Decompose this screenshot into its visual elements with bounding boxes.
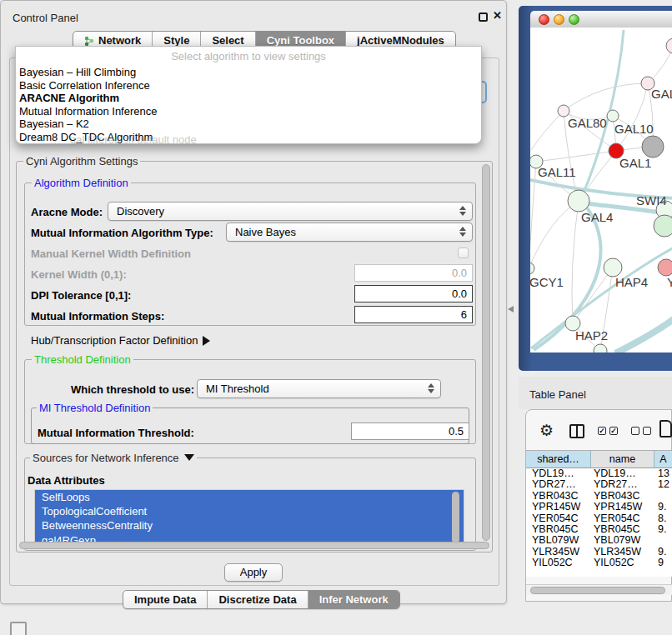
network-graph[interactable]: GALGAL80GAL10GAL1GAL11SWI4GAL4GCY1HAP4YH… — [530, 28, 672, 352]
attribute-item-topologicalcoefficient[interactable]: TopologicalCoefficient — [35, 504, 464, 518]
settings-horizontal-scrollbar[interactable] — [19, 542, 489, 549]
sources-group-header[interactable]: Sources for Network Inference — [30, 452, 197, 464]
network-window-titlebar[interactable] — [530, 11, 672, 28]
which-threshold-value: MI Threshold — [206, 382, 269, 395]
table-row[interactable]: YBL079WYBL079W — [526, 535, 672, 546]
algorithm-option-dream8-dc-tdc-algorithm[interactable]: Dream8 DC_TDC Algorithm — [18, 131, 479, 144]
table-row[interactable]: YDR27…YDR27…12 — [526, 479, 672, 490]
network-node[interactable] — [666, 38, 672, 53]
algorithm-option-bayesian-k2[interactable]: Bayesian – K2 — [18, 118, 479, 131]
table-panel-window: ⚙ ✓ ✓ shared…nameA YDL19…YDL19…13YDR27…Y… — [525, 409, 672, 602]
network-node[interactable] — [642, 136, 664, 158]
network-edge[interactable] — [615, 317, 672, 352]
combo-arrows-icon — [428, 383, 434, 393]
mi-steps-field[interactable]: 6 — [354, 306, 473, 323]
network-node-gal10[interactable] — [607, 110, 619, 122]
network-node-y[interactable] — [658, 259, 672, 276]
gear-icon[interactable]: ⚙ — [539, 422, 554, 438]
mac-close-button[interactable] — [539, 14, 549, 25]
table-row[interactable]: YBR045CYBR045C9. — [526, 524, 672, 535]
apply-button[interactable]: Apply — [224, 563, 283, 582]
network-node-hap4[interactable] — [604, 258, 622, 277]
column-header-shared[interactable]: shared… — [526, 450, 591, 468]
mi-type-combo[interactable]: Naive Bayes — [226, 222, 473, 242]
deselect-all-columns-icon[interactable] — [631, 427, 651, 435]
network-edge[interactable] — [536, 151, 616, 162]
table-cell: 12 — [654, 479, 672, 490]
document-icon[interactable] — [659, 420, 672, 438]
float-window-icon[interactable] — [479, 12, 488, 22]
mi-threshold-field[interactable]: 0.5 — [351, 422, 469, 440]
tab-impute-data[interactable]: Impute Data — [123, 591, 208, 608]
combo-arrows-icon — [459, 227, 466, 237]
manual-kernel-checkbox[interactable] — [458, 248, 469, 258]
table-cell: YER054C — [591, 513, 654, 524]
table-cell: YBR045C — [526, 524, 591, 535]
table-cell: YIL052C — [591, 558, 654, 568]
network-icon — [84, 35, 95, 47]
table-horizontal-scrollbar[interactable] — [526, 584, 672, 595]
algorithm-option-aracne-algorithm[interactable]: ARACNE Algorithm — [18, 92, 479, 105]
algorithm-option-mutual-information-inference[interactable]: Mutual Information Inference — [18, 105, 479, 118]
hub-factor-expander[interactable]: Hub/Transcription Factor Definition — [31, 334, 210, 347]
kernel-width-field[interactable]: 0.0 — [354, 264, 473, 282]
table-row[interactable]: YDL19…YDL19…13 — [526, 468, 672, 479]
network-canvas[interactable]: GALGAL80GAL10GAL1GAL11SWI4GAL4GCY1HAP4YH… — [530, 28, 672, 352]
network-node[interactable] — [654, 215, 672, 237]
network-node[interactable] — [594, 344, 607, 352]
table-scrollbar-thumb[interactable] — [530, 587, 665, 594]
table-row[interactable]: YER054CYER054C8. — [526, 513, 672, 524]
mac-zoom-button[interactable] — [569, 14, 579, 25]
attribute-item-betweennesscentrality[interactable]: BetweennessCentrality — [35, 518, 464, 532]
aracne-mode-combo[interactable]: Discovery — [108, 202, 473, 221]
dpi-tolerance-field[interactable]: 0.0 — [354, 285, 473, 302]
which-threshold-combo[interactable]: MI Threshold — [197, 379, 441, 398]
table-cell: YDR27… — [526, 479, 591, 490]
table-header-row: shared…nameA — [526, 450, 672, 468]
application-root: Control Panel ✕ NetworkStyleSelectCyni T… — [0, 0, 672, 635]
aracne-mode-label: Aracne Mode: — [31, 206, 103, 218]
algorithm-definition-title: Algorithm Definition — [32, 177, 131, 189]
table-row[interactable]: YBR043CYBR043C — [526, 491, 672, 502]
node-label-swi4: SWI4 — [636, 193, 667, 208]
minimized-window-icon[interactable] — [10, 622, 27, 635]
network-edge[interactable] — [531, 111, 564, 150]
mi-threshold-group-title: MI Threshold Definition — [37, 402, 153, 414]
node-label-gcy1: GCY1 — [530, 275, 564, 289]
network-edge[interactable] — [530, 162, 536, 268]
pane-divider-arrow-icon[interactable] — [508, 306, 514, 312]
node-label-gal10: GAL10 — [614, 122, 654, 136]
algorithm-option-bayesian-hill-climbing[interactable]: Bayesian – Hill Climbing — [18, 66, 479, 79]
algorithm-option-basic-correlation-inference[interactable]: Basic Correlation Inference — [18, 79, 479, 92]
network-node-gal80[interactable] — [558, 105, 569, 117]
table-row[interactable]: YLR345WYLR345W9. — [526, 547, 672, 558]
attribute-item-selfloops[interactable]: SelfLoops — [35, 490, 464, 504]
tab-infer-network[interactable]: Infer Network — [308, 591, 399, 608]
split-columns-icon[interactable] — [569, 424, 584, 438]
attribute-list-scrollbar[interactable] — [452, 492, 459, 543]
column-header-name[interactable]: name — [591, 450, 654, 468]
table-cell: 8. — [654, 513, 672, 524]
table-row[interactable]: YIL052CYIL052C9 — [526, 558, 672, 568]
close-window-icon[interactable]: ✕ — [493, 9, 502, 22]
dpi-tolerance-label: DPI Tolerance [0,1]: — [31, 289, 131, 302]
column-header-a[interactable]: A — [654, 450, 672, 468]
network-edge[interactable] — [572, 201, 579, 323]
select-all-columns-icon[interactable]: ✓ ✓ — [598, 427, 618, 435]
mac-minimize-button[interactable] — [554, 14, 564, 25]
network-edge[interactable] — [530, 201, 579, 268]
settings-vertical-scrollbar[interactable] — [482, 164, 490, 541]
network-edge[interactable] — [573, 268, 613, 323]
table-cell: 9. — [654, 502, 672, 512]
network-edge[interactable] — [616, 83, 648, 151]
table-cell: YDL19… — [526, 468, 591, 479]
tab-discretize-data[interactable]: Discretize Data — [208, 591, 308, 608]
network-node-gal4[interactable] — [568, 190, 589, 212]
kernel-width-label: Kernel Width (0,1): — [31, 268, 127, 281]
network-edge[interactable] — [564, 83, 648, 111]
table-cell: YER054C — [526, 513, 591, 524]
threshold-definition-title: Threshold Definition — [32, 353, 133, 366]
table-cell: 13 — [654, 468, 672, 479]
table-row[interactable]: YPR145WYPR145W9. — [526, 502, 672, 512]
network-node-gcy1[interactable] — [530, 262, 534, 274]
